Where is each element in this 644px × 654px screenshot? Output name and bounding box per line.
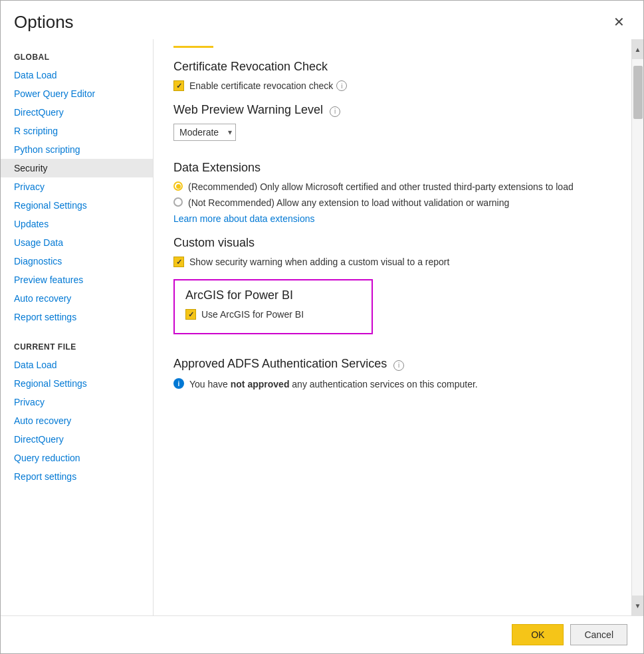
sidebar-item-cf-auto-recovery[interactable]: Auto recovery (1, 411, 153, 430)
web-preview-title-text: Web Preview Warning Level (173, 103, 323, 116)
sidebar-item-cf-directquery[interactable]: DirectQuery (1, 430, 153, 449)
sidebar-item-cf-regional-settings[interactable]: Regional Settings (1, 374, 153, 393)
adfs-body-text: You have not approved any authentication… (189, 378, 478, 391)
scroll-track (632, 59, 643, 596)
sidebar-item-regional-settings[interactable]: Regional Settings (1, 196, 153, 215)
cert-checkbox[interactable] (173, 80, 184, 91)
custom-visuals-checkbox-row: Show security warning when adding a cust… (173, 257, 611, 267)
content-area: Certificate Revocation Check Enable cert… (154, 39, 631, 615)
scroll-down-button[interactable]: ▼ (632, 596, 643, 615)
adfs-post-text: any authentication services on this comp… (289, 379, 477, 389)
adfs-title-text: Approved ADFS Authentication Services (173, 357, 387, 370)
arcgis-section: ArcGIS for Power BI Use ArcGIS for Power… (173, 279, 373, 334)
data-ext-recommended-label: (Recommended) Only allow Microsoft certi… (188, 181, 574, 192)
scroll-up-button[interactable]: ▲ (632, 39, 643, 59)
sidebar-item-diagnostics[interactable]: Diagnostics (1, 252, 153, 271)
arcgis-checkbox-row: Use ArcGIS for Power BI (185, 309, 361, 320)
adfs-pre-text: You have (189, 379, 231, 389)
current-file-section-label: CURRENT FILE (1, 336, 153, 356)
sidebar-item-security[interactable]: Security (1, 159, 153, 177)
sidebar-item-directquery[interactable]: DirectQuery (1, 103, 153, 122)
cert-info-icon: i (336, 80, 347, 91)
adfs-section: Approved ADFS Authentication Services i … (173, 357, 611, 391)
custom-visuals-checkbox[interactable] (173, 257, 184, 267)
sidebar-item-power-query-editor[interactable]: Power Query Editor (1, 84, 153, 103)
scrollbar: ▲ ▼ (631, 39, 643, 615)
sidebar-item-usage-data[interactable]: Usage Data (1, 233, 153, 252)
web-preview-select[interactable]: Moderate Low High (173, 124, 236, 141)
sidebar-item-data-load[interactable]: Data Load (1, 66, 153, 84)
dialog-titlebar: Options ✕ (1, 1, 643, 33)
arcgis-checkbox-label: Use ArcGIS for Power BI (201, 309, 304, 320)
data-ext-recommended-radio[interactable] (173, 181, 183, 191)
sidebar-item-python-scripting[interactable]: Python scripting (1, 140, 153, 159)
moderate-dropdown-wrapper: Moderate Low High (173, 124, 236, 141)
sidebar-item-privacy[interactable]: Privacy (1, 177, 153, 196)
sidebar-item-cf-data-load[interactable]: Data Load (1, 356, 153, 374)
cancel-button[interactable]: Cancel (570, 624, 627, 645)
sidebar: GLOBAL Data Load Power Query Editor Dire… (1, 39, 154, 615)
ok-button[interactable]: OK (512, 624, 564, 645)
learn-more-wrapper: Learn more about data extensions (173, 213, 611, 224)
cert-checkbox-row: Enable certificate revocation check i (173, 80, 611, 91)
cert-section: Certificate Revocation Check Enable cert… (173, 60, 611, 91)
web-preview-title: Web Preview Warning Level i (173, 103, 611, 117)
sidebar-item-report-settings[interactable]: Report settings (1, 308, 153, 326)
sidebar-item-cf-privacy[interactable]: Privacy (1, 393, 153, 411)
web-preview-info-icon: i (330, 106, 340, 117)
adfs-info-icon: i (393, 360, 404, 371)
main-content: Certificate Revocation Check Enable cert… (154, 39, 643, 615)
data-ext-not-recommended-label: (Not Recommended) Allow any extension to… (188, 197, 509, 208)
sidebar-item-cf-report-settings[interactable]: Report settings (1, 467, 153, 486)
web-preview-section: Web Preview Warning Level i Moderate Low… (173, 103, 611, 149)
cert-checkbox-label: Enable certificate revocation check (189, 80, 333, 91)
scroll-indicator (173, 46, 611, 48)
custom-visuals-title: Custom visuals (173, 236, 611, 250)
arcgis-title: ArcGIS for Power BI (185, 288, 361, 302)
dialog-body: GLOBAL Data Load Power Query Editor Dire… (1, 39, 643, 615)
data-ext-recommended-row: (Recommended) Only allow Microsoft certi… (173, 181, 611, 192)
data-ext-not-recommended-radio[interactable] (173, 197, 183, 207)
sidebar-item-preview-features[interactable]: Preview features (1, 271, 153, 289)
sidebar-item-auto-recovery[interactable]: Auto recovery (1, 289, 153, 308)
adfs-highlight-text: not approved (231, 379, 290, 389)
data-extensions-section: Data Extensions (Recommended) Only allow… (173, 161, 611, 224)
scroll-thumb[interactable] (633, 66, 643, 119)
adfs-title: Approved ADFS Authentication Services i (173, 357, 611, 371)
dialog-title: Options (14, 12, 74, 33)
custom-visuals-label: Show security warning when adding a cust… (189, 257, 449, 267)
arcgis-checkbox[interactable] (185, 309, 196, 320)
learn-more-link[interactable]: Learn more about data extensions (173, 213, 314, 224)
sidebar-item-cf-query-reduction[interactable]: Query reduction (1, 449, 153, 467)
sidebar-item-updates[interactable]: Updates (1, 215, 153, 233)
data-ext-not-recommended-row: (Not Recommended) Allow any extension to… (173, 197, 611, 208)
cert-section-title: Certificate Revocation Check (173, 60, 611, 74)
adfs-info-circle: i (173, 378, 184, 389)
global-section-label: GLOBAL (1, 46, 153, 66)
adfs-body-row: i You have not approved any authenticati… (173, 378, 611, 391)
dialog-footer: OK Cancel (1, 615, 643, 653)
close-button[interactable]: ✕ (608, 11, 630, 33)
options-dialog: Options ✕ GLOBAL Data Load Power Query E… (0, 0, 644, 654)
data-extensions-title: Data Extensions (173, 161, 611, 175)
sidebar-item-r-scripting[interactable]: R scripting (1, 122, 153, 140)
custom-visuals-section: Custom visuals Show security warning whe… (173, 236, 611, 267)
